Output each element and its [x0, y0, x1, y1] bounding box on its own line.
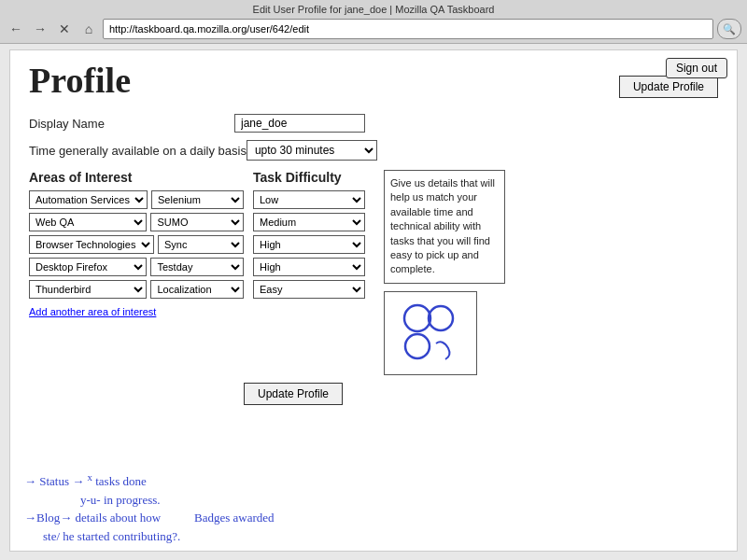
- diff-select-2[interactable]: Medium: [253, 213, 365, 231]
- diff-select-4[interactable]: High: [253, 258, 365, 276]
- area-row-1: Automation Services Selenium: [29, 190, 244, 209]
- svg-point-2: [405, 334, 430, 358]
- time-available-label: Time generally available on a daily basi…: [29, 144, 247, 158]
- sign-out-area: Sign out: [666, 58, 727, 78]
- update-profile-bottom-row: Update Profile: [244, 383, 718, 405]
- display-name-row: Display Name: [29, 114, 718, 133]
- back-button[interactable]: ←: [6, 19, 26, 39]
- annot-arrow-1: → Status → x tasks done: [24, 474, 147, 488]
- diff-select-5[interactable]: Easy: [253, 280, 365, 299]
- display-name-input[interactable]: [234, 114, 365, 133]
- page-content: Sign out Profile Update Profile Display …: [9, 49, 738, 552]
- info-avatar-column: Give us details that will help us match …: [384, 170, 505, 375]
- sign-out-button[interactable]: Sign out: [666, 58, 727, 78]
- address-bar[interactable]: [103, 19, 713, 39]
- forward-button[interactable]: →: [30, 19, 50, 39]
- annotation-line: → Status → x tasks done y-u- in progress…: [24, 469, 732, 545]
- area-row-3: Browser Technologies Sync: [29, 235, 244, 254]
- time-available-select[interactable]: upto 30 minutes 30-60 minutes 1-2 hours …: [247, 140, 377, 161]
- annot-line3: →Blog→ details about how Badges awarded: [24, 511, 275, 525]
- browser-chrome: Edit User Profile for jane_doe | Mozilla…: [0, 0, 747, 44]
- area-row-2: Web QA SUMO: [29, 213, 244, 231]
- area2-select-5[interactable]: Localization: [150, 280, 244, 299]
- page-title: Profile: [29, 60, 131, 101]
- area2-select-4[interactable]: Testday: [150, 258, 244, 276]
- area-select-1[interactable]: Automation Services: [29, 190, 148, 209]
- task-difficulty-section: Task Difficulty Low Medium High High Eas…: [253, 170, 374, 375]
- search-button[interactable]: 🔍: [717, 19, 741, 39]
- area-select-5[interactable]: Thunderbird: [29, 280, 147, 299]
- area-row-4: Desktop Firefox Testday: [29, 258, 244, 276]
- diff-select-1[interactable]: Low: [253, 190, 365, 209]
- area-select-4[interactable]: Desktop Firefox: [29, 258, 147, 276]
- annot-line4: ste/ he started contributing?.: [43, 529, 180, 543]
- close-button[interactable]: ✕: [54, 19, 75, 39]
- info-box: Give us details that will help us match …: [384, 170, 505, 284]
- difficulty-title: Task Difficulty: [253, 170, 374, 185]
- avatar-drawing: [385, 292, 477, 375]
- area-select-2[interactable]: Web QA: [29, 213, 147, 231]
- home-button[interactable]: ⌂: [78, 19, 99, 39]
- areas-of-interest-section: Areas of Interest Automation Services Se…: [29, 170, 244, 375]
- area2-select-3[interactable]: Sync: [158, 235, 244, 254]
- area2-select-1[interactable]: Selenium: [151, 190, 244, 209]
- areas-title: Areas of Interest: [29, 170, 244, 185]
- annotations-area: → Status → x tasks done y-u- in progress…: [24, 469, 732, 545]
- diff-select-3[interactable]: High: [253, 235, 365, 254]
- update-profile-button-top[interactable]: Update Profile: [619, 76, 718, 98]
- display-name-label: Display Name: [29, 117, 234, 131]
- time-available-row: Time generally available on a daily basi…: [29, 140, 718, 161]
- add-area-link[interactable]: Add another area of interest: [29, 306, 156, 317]
- area-row-5: Thunderbird Localization: [29, 280, 244, 299]
- page-header: Profile Update Profile: [29, 60, 718, 114]
- annot-arrow-2: y-u- in progress.: [80, 493, 161, 507]
- svg-point-0: [404, 305, 430, 331]
- area2-select-2[interactable]: SUMO: [150, 213, 244, 231]
- update-profile-button-bottom[interactable]: Update Profile: [244, 383, 343, 405]
- main-section: Areas of Interest Automation Services Se…: [29, 170, 718, 375]
- browser-toolbar: ← → ✕ ⌂ 🔍: [6, 19, 741, 39]
- avatar-box: [384, 291, 477, 375]
- svg-point-1: [429, 306, 453, 330]
- browser-title: Edit User Profile for jane_doe | Mozilla…: [6, 4, 741, 19]
- area-select-3[interactable]: Browser Technologies: [29, 235, 154, 254]
